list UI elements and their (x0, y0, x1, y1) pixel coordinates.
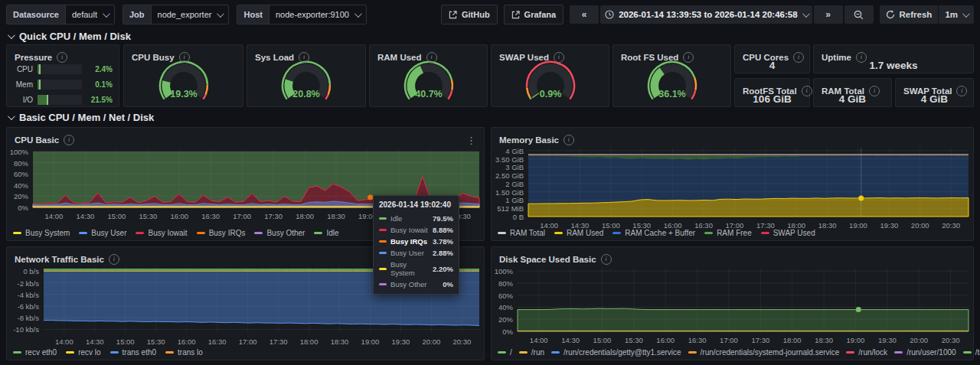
x-axis-tick: 19:30 (385, 337, 416, 346)
x-axis-tick: 17:30 (745, 336, 776, 344)
stat-value: 1.7 weeks (814, 60, 973, 71)
legend-item[interactable]: recv lo (66, 348, 100, 357)
x-axis-tick: 14:30 (80, 337, 110, 346)
github-link-button[interactable]: GitHub (441, 5, 498, 24)
pressure-row-io: I/O21.5% (11, 95, 113, 105)
time-shift-back-button[interactable]: « (570, 5, 599, 24)
grafana-link-button[interactable]: Grafana (504, 5, 564, 24)
refresh-button[interactable]: Refresh (880, 5, 939, 24)
panel-rootfs-used: Root FS Usedi 36.1% (612, 44, 731, 107)
var-datasource: Datasource default (6, 5, 115, 24)
time-shift-forward-button[interactable]: » (814, 5, 843, 24)
tooltip-row: Busy System2.20% (379, 260, 453, 277)
chart-legend: RAM TotalRAM UsedRAM Cache + BufferRAM F… (498, 229, 815, 237)
legend-item[interactable]: Busy Iowait (136, 229, 187, 237)
x-axis-tick: 15:00 (101, 212, 132, 220)
legend-label: / (510, 348, 512, 357)
legend-item[interactable]: /tmp (963, 348, 980, 357)
y-axis-tick: 60% (492, 292, 513, 300)
legend-item[interactable]: Idle (314, 229, 338, 237)
var-host-select[interactable]: node-exporter:9100 (269, 5, 366, 24)
info-icon[interactable]: i (426, 52, 437, 63)
legend-item[interactable]: SWAP Used (761, 229, 815, 237)
disk-space-used-basic-chart[interactable]: 100%80%60%40%20%0%14:0014:3015:0015:3016… (492, 247, 973, 360)
panel-disk-space-used-basic: Disk Space Used Basic i 100%80%60%40%20%… (491, 246, 974, 360)
var-datasource-select[interactable]: default (65, 5, 114, 24)
legend-item[interactable]: /run/lock (846, 348, 887, 357)
x-axis-tick: 19:30 (872, 336, 903, 344)
legend-marker (136, 232, 144, 234)
var-host-value: node-exporter:9100 (276, 10, 349, 19)
series-marker (379, 217, 387, 220)
x-axis-tick: 15:00 (110, 337, 141, 346)
y-axis-tick: 0% (492, 328, 513, 336)
legend-item[interactable]: RAM Cache + Buffer (612, 229, 695, 237)
y-axis-tick: 3.50 GiB (492, 155, 524, 164)
legend-item[interactable]: Busy Other (254, 229, 305, 237)
legend-label: /run/credentials/getty@tty1.service (564, 348, 681, 357)
legend-marker (963, 351, 972, 354)
x-axis-tick: 20:30 (936, 221, 966, 230)
chevron-down-icon (103, 10, 110, 18)
y-axis-tick: 80% (7, 159, 28, 168)
info-icon[interactable]: i (554, 52, 564, 63)
legend-label: Busy Other (266, 229, 305, 237)
x-axis-tick: 17:30 (263, 337, 294, 346)
legend-item[interactable]: trans eth0 (110, 348, 156, 357)
legend-label: SWAP Used (773, 229, 815, 237)
svg-text:0.9%: 0.9% (539, 89, 561, 99)
legend-item[interactable]: RAM Free (704, 229, 752, 237)
legend-item[interactable]: trans lo (165, 348, 203, 357)
panel-title: Sys Load (255, 53, 294, 62)
legend-item[interactable]: Busy User (79, 229, 126, 237)
legend-item[interactable]: / (498, 348, 512, 357)
var-job-label: Job (123, 5, 151, 24)
panel-title: Root FS Used (621, 53, 678, 62)
y-axis-tick: -2 kb/s (7, 279, 39, 288)
legend-item[interactable]: recv eth0 (13, 348, 57, 357)
memory-basic-chart[interactable]: 4 GiB3.50 GiB3 GiB2.50 GiB2 GiB1.50 GiB1… (492, 128, 973, 240)
panel-memory-basic: Memory Basic i 4 GiB3.50 GiB3 GiB2.50 Gi… (491, 127, 974, 241)
info-icon[interactable]: i (179, 52, 190, 63)
refresh-interval-select[interactable]: 1m (939, 5, 974, 24)
legend-label: RAM Free (717, 229, 752, 237)
chevron-down-icon (217, 10, 224, 18)
legend-label: Busy IRQs (209, 229, 246, 237)
row-quick-cpu-mem-disk[interactable]: Quick CPU / Mem / Disk (8, 31, 131, 42)
x-axis-tick: 16:30 (202, 337, 233, 346)
legend-item[interactable]: Busy System (13, 229, 70, 237)
legend-item[interactable]: Busy IRQs (197, 229, 246, 237)
legend-item[interactable]: RAM Used (554, 229, 603, 237)
chart-legend: //run/run/credentials/getty@tty1.service… (498, 348, 980, 357)
info-icon[interactable]: i (299, 52, 309, 63)
panel-rootfs-total: RootFS Totali 106 GiB (734, 78, 810, 107)
var-host-label: Host (237, 5, 268, 24)
time-range-picker[interactable]: 2026-01-14 13:39:53 to 2026-01-14 20:46:… (600, 5, 812, 24)
legend-item[interactable]: /run/user/1000 (894, 348, 956, 357)
series-value: 3.78% (433, 237, 453, 246)
row-basic-cpu-mem-net-disk[interactable]: Basic CPU / Mem / Net / Disk (8, 112, 154, 123)
zoom-out-button[interactable] (844, 5, 874, 24)
y-axis-tick: 20% (492, 315, 513, 324)
sys-load-gauge: 20.8% (260, 60, 352, 105)
legend-marker (688, 351, 697, 354)
x-axis-tick: 18:00 (289, 212, 320, 220)
legend-item[interactable]: RAM Total (498, 229, 545, 237)
legend-marker (498, 351, 506, 354)
info-icon[interactable]: i (683, 52, 694, 63)
y-axis-tick: 512 MiB (492, 204, 524, 213)
y-axis-tick: 0% (7, 204, 28, 212)
x-axis-tick: 14:30 (70, 212, 100, 220)
var-job-select[interactable]: node_exporter (151, 5, 229, 24)
legend-marker (554, 232, 563, 234)
chart-legend: Busy SystemBusy UserBusy IowaitBusy IRQs… (13, 229, 339, 237)
legend-item[interactable]: /run (519, 348, 544, 357)
stat-value: 106 GiB (735, 93, 809, 105)
external-link-icon (511, 11, 520, 19)
legend-item[interactable]: /run/credentials/systemd-journald.servic… (688, 348, 840, 357)
legend-label: RAM Used (567, 229, 603, 237)
x-axis-tick: 20:30 (936, 336, 966, 344)
legend-label: /run/credentials/systemd-journald.servic… (701, 348, 840, 357)
legend-item[interactable]: /run/credentials/getty@tty1.service (551, 348, 681, 357)
x-axis-tick: 17:00 (227, 212, 257, 220)
